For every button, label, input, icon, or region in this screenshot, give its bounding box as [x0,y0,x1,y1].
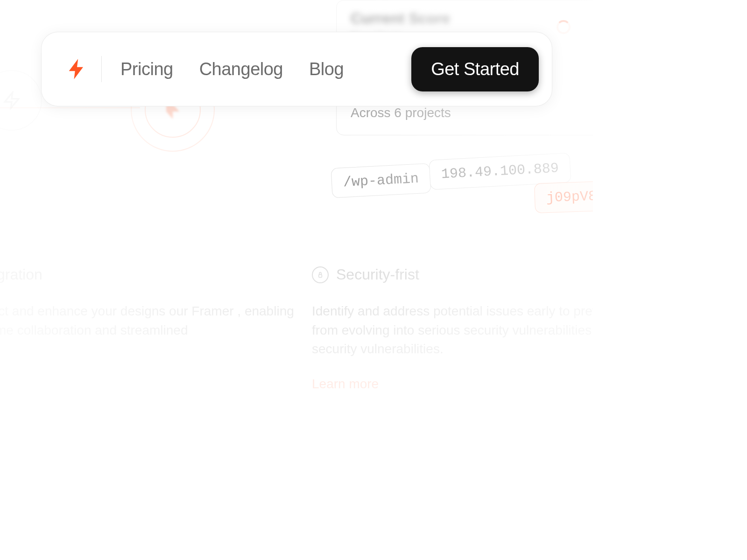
navbar-links: Pricing Changelog Blog [120,59,411,79]
nav-link-pricing[interactable]: Pricing [120,59,173,79]
nav-link-changelog[interactable]: Changelog [199,59,283,79]
lock-icon [312,266,329,283]
feature-framer-description: connect and enhance your designs our Fra… [0,302,299,340]
feature-security: Security-frist Identify and address pote… [312,266,593,392]
spinner-icon [557,20,571,34]
logo-bolt-icon[interactable] [64,56,90,82]
feature-security-description: Identify and address potential issues ea… [312,302,593,359]
svg-rect-1 [319,274,322,277]
main-navbar: Pricing Changelog Blog Get Started [41,32,552,106]
feature-security-link[interactable]: Learn more [312,377,379,391]
navbar-divider [101,56,102,82]
feature-framer: r Integration connect and enhance your d… [0,266,299,372]
feature-security-title: Security-frist [336,266,419,283]
feature-framer-title: r Integration [0,266,42,283]
nav-link-blog[interactable]: Blog [309,59,344,79]
get-started-button[interactable]: Get Started [411,47,539,91]
